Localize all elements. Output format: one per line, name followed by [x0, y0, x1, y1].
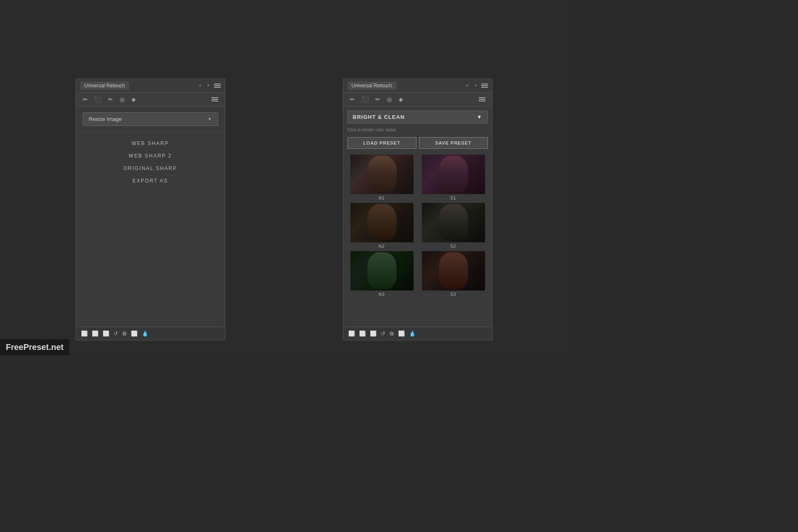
right-edit-icon[interactable]: ✏ [350, 96, 355, 103]
flower-icon[interactable]: ✿ [122, 330, 127, 337]
right-minimize-button[interactable]: « [465, 83, 470, 89]
original-sharp-item[interactable]: ORIGINAL SHARP [83, 165, 218, 171]
filter-thumb-s2 [422, 203, 485, 242]
right-duplicate-icon[interactable]: ⬜ [359, 330, 366, 337]
filter-dropdown-label: BRIGHT & CLEAN [353, 114, 405, 120]
right-circle-icon[interactable]: ◎ [387, 96, 392, 103]
left-toolbar: ✏ ⬛ ✏ ◎ ◈ [76, 93, 225, 106]
right-view-icon[interactable]: ⬜ [398, 330, 405, 337]
filter-thumb-n2 [350, 203, 414, 242]
right-copy-icon[interactable]: ⬜ [348, 330, 355, 337]
left-menu-icon[interactable] [212, 97, 218, 101]
web-sharp-item[interactable]: WEB SHARP [83, 140, 218, 146]
face-overlay-n3 [350, 251, 414, 291]
left-menu-items: WEB SHARP WEB SHARP 2 ORIGINAL SHARP EXP… [76, 132, 225, 192]
right-image-icon[interactable]: ⬛ [362, 96, 369, 103]
drop-icon[interactable]: 💧 [142, 330, 148, 337]
face-shape-n2 [367, 204, 397, 241]
web-sharp-2-item[interactable]: WEB SHARP 2 [83, 153, 218, 159]
save-preset-button[interactable]: SAVE PRESET [419, 137, 488, 149]
paste-icon[interactable]: ⬜ [103, 330, 109, 337]
minimize-button[interactable]: « [197, 83, 203, 89]
filter-item-s2[interactable]: S2 [419, 203, 488, 249]
circle-icon[interactable]: ◎ [120, 96, 125, 103]
face-overlay-n1 [350, 155, 414, 194]
dropdown-arrow-icon: ▼ [208, 117, 212, 121]
resize-dropdown-row: Resize Image ▼ [76, 106, 225, 132]
filter-label-s3: S3 [450, 292, 456, 297]
layers-icon[interactable]: ◈ [131, 96, 136, 103]
filter-label-n1: N1 [379, 196, 385, 200]
left-bottom-toolbar: ⬜ ⬜ ⬜ ↺ ✿ ⬜ 💧 [76, 327, 225, 340]
right-rotate-icon[interactable]: ↺ [381, 330, 385, 337]
filter-thumb-n1 [350, 155, 414, 194]
face-overlay-s3 [422, 251, 485, 291]
left-panel-titlebar: Universal Retouch « × [76, 79, 225, 93]
face-shape-n1 [367, 156, 397, 192]
right-bottom-toolbar: ⬜ ⬜ ⬜ ↺ ✿ ⬜ 💧 [343, 327, 492, 340]
export-as-item[interactable]: EXPORT AS [83, 178, 218, 184]
right-toolbar: ✏ ⬛ ✏ ◎ ◈ [343, 93, 492, 106]
menu-icon[interactable] [214, 84, 221, 88]
filter-thumb-n3 [350, 251, 414, 291]
copy-icon[interactable]: ⬜ [81, 330, 88, 337]
face-shape-s1 [439, 156, 468, 192]
right-hamburger-icon[interactable] [479, 97, 485, 101]
right-brush-icon[interactable]: ✏ [375, 96, 380, 103]
face-shape-n3 [367, 252, 397, 289]
duplicate-icon[interactable]: ⬜ [92, 330, 99, 337]
filter-item-n3[interactable]: N3 [347, 251, 416, 297]
right-toolbar-icons: ✏ ⬛ ✏ ◎ ◈ [350, 96, 403, 103]
right-panel-titlebar: Universal Retouch « × [343, 79, 492, 93]
filter-thumb-s3 [422, 251, 485, 291]
right-panel-title: Universal Retouch [347, 81, 397, 90]
resize-dropdown-label: Resize Image [89, 116, 122, 122]
watermark: FreePreset.net [0, 339, 69, 355]
left-panel-title: Universal Retouch [80, 81, 129, 90]
filter-thumb-s1 [422, 155, 485, 194]
filter-label-s2: S2 [450, 244, 456, 249]
filter-dropdown-row: BRIGHT & CLEAN ▼ [343, 106, 492, 126]
right-panel: Universal Retouch « × ✏ ⬛ ✏ ◎ ◈ [343, 79, 493, 340]
brush-icon[interactable]: ✏ [108, 96, 113, 103]
image-icon[interactable]: ⬛ [94, 96, 101, 103]
load-preset-button[interactable]: LOAD PRESET [347, 137, 416, 149]
filter-label-s1: S1 [450, 196, 456, 200]
right-drop-icon[interactable]: 💧 [409, 330, 416, 337]
resize-dropdown[interactable]: Resize Image ▼ [83, 112, 218, 126]
filter-label-n3: N3 [379, 292, 385, 297]
left-panel: Universal Retouch « × ✏ ⬛ ✏ ◎ ◈ [76, 79, 225, 340]
preset-buttons: LOAD PRESET SAVE PRESET [343, 135, 492, 153]
filter-dropdown[interactable]: BRIGHT & CLEAN ▼ [347, 111, 488, 123]
rotate-icon[interactable]: ↺ [113, 330, 118, 337]
left-panel-controls: « × [197, 83, 221, 89]
filter-item-s3[interactable]: S3 [419, 251, 488, 297]
left-toolbar-icons: ✏ ⬛ ✏ ◎ ◈ [83, 96, 136, 103]
edit-icon[interactable]: ✏ [83, 96, 88, 103]
face-shape-s2 [439, 204, 468, 241]
right-layers-icon[interactable]: ◈ [399, 96, 403, 103]
filter-label-n2: N2 [379, 244, 385, 249]
face-overlay-s2 [422, 203, 485, 242]
filter-subtitle: Click to render color styles [343, 126, 492, 135]
close-button[interactable]: × [206, 83, 212, 89]
face-shape-s3 [439, 252, 468, 289]
face-overlay-s1 [422, 155, 485, 194]
view-icon[interactable]: ⬜ [131, 330, 138, 337]
filter-dropdown-arrow: ▼ [477, 114, 483, 120]
right-flower-icon[interactable]: ✿ [389, 330, 394, 337]
right-paste-icon[interactable]: ⬜ [370, 330, 377, 337]
face-overlay-n2 [350, 203, 414, 242]
filter-item-n2[interactable]: N2 [347, 203, 416, 249]
right-menu-icon[interactable] [481, 84, 488, 88]
right-close-button[interactable]: × [473, 83, 479, 89]
right-panel-controls: « × [465, 83, 488, 89]
filter-grid: N1 S1 N2 [343, 153, 492, 298]
filter-item-n1[interactable]: N1 [347, 155, 416, 200]
filter-item-s1[interactable]: S1 [419, 155, 488, 200]
